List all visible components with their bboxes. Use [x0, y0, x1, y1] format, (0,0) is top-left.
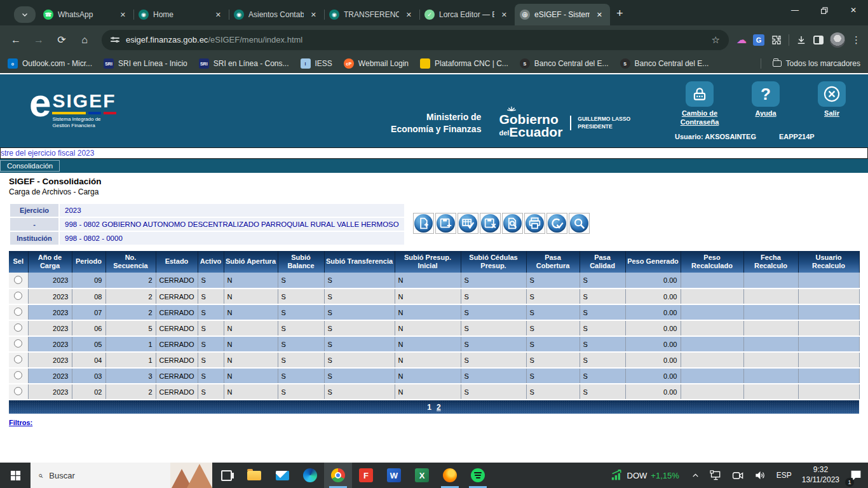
url-text: esigef.finanzas.gob.ec/eSIGEF/menu/index…	[126, 35, 302, 44]
bookmark-favicon-icon	[420, 58, 430, 69]
profile-avatar[interactable]	[830, 32, 845, 48]
file-explorer-taskbar-button[interactable]	[240, 463, 268, 488]
filters-link[interactable]: Filtros:	[9, 419, 32, 426]
restore-button[interactable]	[810, 0, 839, 20]
pagination-current-page[interactable]: 1	[427, 403, 431, 412]
preview-detail-button[interactable]	[502, 213, 523, 234]
exit-action-button[interactable]: Salir	[807, 81, 857, 118]
approve-button[interactable]	[546, 213, 567, 234]
bookmark-item[interactable]: SBanco Central del E...	[620, 58, 709, 69]
bookmark-item[interactable]: IIESS	[301, 58, 332, 69]
bookmark-item[interactable]: cPWebmail Login	[344, 58, 409, 69]
tab-close-icon[interactable]: ✕	[403, 10, 414, 20]
task-view-taskbar-button[interactable]	[212, 463, 240, 488]
volume-tray-icon[interactable]	[751, 463, 770, 488]
cell-transferencia: S	[324, 304, 395, 320]
cell-calidad: S	[580, 304, 625, 320]
pagination-page-link[interactable]: 2	[437, 403, 441, 412]
tab[interactable]: ◉Home✕	[133, 4, 229, 25]
cell-presup_inicial: N	[395, 384, 461, 400]
stock-widget[interactable]: DOW +1,15%	[606, 470, 684, 481]
row-select-radio[interactable]	[14, 292, 22, 300]
network-tray-icon[interactable]	[707, 463, 725, 488]
site-menu-bar: Consolidación	[0, 159, 868, 173]
tab[interactable]: ☎WhatsApp✕	[38, 4, 133, 25]
cell-periodo: 02	[72, 384, 105, 400]
minimize-button[interactable]: —	[780, 0, 810, 20]
tab-close-icon[interactable]: ✕	[499, 10, 510, 20]
edge-taskbar-button[interactable]	[296, 463, 324, 488]
cell-secuencia: 2	[105, 304, 156, 320]
tab-close-icon[interactable]: ✕	[594, 10, 605, 20]
back-button[interactable]: ←	[6, 30, 25, 50]
side-panel-icon[interactable]	[813, 36, 824, 44]
forward-button[interactable]: →	[29, 30, 48, 50]
mail-taskbar-button[interactable]	[268, 463, 296, 488]
excel-taskbar-button[interactable]: X	[408, 463, 436, 488]
reload-button[interactable]: ⟳	[52, 30, 71, 50]
tab-close-icon[interactable]: ✕	[118, 10, 128, 20]
bookmark-item[interactable]: SRISRI en Línea - Cons...	[199, 58, 289, 69]
close-window-button[interactable]: ✕	[839, 0, 868, 20]
cloud-extension-icon[interactable]: ☁	[736, 34, 747, 46]
tab-close-icon[interactable]: ✕	[213, 10, 224, 20]
chrome-taskbar-button[interactable]	[324, 463, 352, 488]
browser-tab-bar: ☎WhatsApp✕◉Home✕◉Asientos Contables✕◉TRA…	[0, 0, 868, 25]
bookmark-item[interactable]: SBanco Central del E...	[520, 58, 609, 69]
firefox-taskbar-button[interactable]	[436, 463, 464, 488]
start-button[interactable]	[0, 463, 31, 488]
meet-now-tray-icon[interactable]	[729, 463, 747, 488]
spotify-taskbar-button[interactable]	[464, 463, 492, 488]
delete-file-button[interactable]	[480, 213, 501, 234]
bookmark-item[interactable]: Plataforma CNC | C...	[420, 58, 508, 69]
tab-search-button[interactable]	[14, 6, 36, 23]
tab[interactable]: ◉Asientos Contables✕	[229, 4, 324, 25]
bookmark-star-icon[interactable]: ☆	[712, 34, 720, 46]
tab[interactable]: ✓Lorca Editor — El cor✕	[419, 4, 515, 25]
row-select-radio[interactable]	[14, 355, 22, 363]
search-placeholder: Buscar	[49, 471, 74, 480]
menu-item-consolidacion[interactable]: Consolidación	[0, 160, 60, 172]
cell-periodo: 03	[72, 368, 105, 384]
bookmark-item[interactable]: SRISRI en Línea - Inicio	[104, 58, 187, 69]
word-taskbar-button[interactable]: W	[380, 463, 408, 488]
pdf-reader-taskbar-button[interactable]: F	[352, 463, 380, 488]
consult-button[interactable]	[569, 213, 590, 234]
tab[interactable]: ⊕eSIGEF - Sistema Inte✕	[515, 4, 610, 25]
clock[interactable]: 9:3213/11/2023	[799, 463, 843, 488]
validate-button[interactable]	[458, 213, 478, 234]
new-file-button[interactable]	[413, 213, 434, 234]
new-tab-button[interactable]: +	[610, 7, 631, 25]
cell-activo: S	[198, 368, 224, 384]
tray-chevron-button[interactable]	[688, 463, 703, 488]
help-action-button[interactable]: ?Ayuda	[741, 81, 790, 118]
download-icon[interactable]	[796, 34, 807, 46]
taskbar-search[interactable]: ⌕ Buscar	[31, 463, 212, 488]
row-select-radio[interactable]	[14, 387, 22, 395]
language-indicator[interactable]: ESP	[773, 463, 795, 488]
translate-icon[interactable]: G	[753, 34, 764, 46]
cell-peso: 0.00	[625, 273, 681, 288]
save-file-button[interactable]	[435, 213, 456, 234]
address-bar[interactable]: esigef.finanzas.gob.ec/eSIGEF/menu/index…	[102, 30, 729, 50]
row-select-radio[interactable]	[14, 308, 22, 316]
browser-menu-icon[interactable]: ⋮	[851, 34, 862, 46]
all-bookmarks-button[interactable]: Todos los marcadores	[773, 59, 860, 68]
stock-chart-icon	[611, 470, 623, 481]
lock-action-button[interactable]: Cambio de Contraseña	[675, 81, 724, 126]
row-select-radio[interactable]	[14, 371, 22, 379]
notifications-button[interactable]: 1	[846, 463, 865, 488]
row-select-radio[interactable]	[14, 323, 22, 332]
print-button[interactable]	[524, 213, 545, 234]
row-select-radio[interactable]	[14, 339, 22, 348]
tab-title: WhatsApp	[58, 10, 113, 19]
row-select-radio[interactable]	[14, 276, 22, 284]
search-highlight-image[interactable]	[170, 463, 212, 488]
home-button[interactable]: ⌂	[75, 30, 94, 50]
extensions-puzzle-icon[interactable]	[771, 34, 782, 46]
site-info-icon[interactable]	[111, 37, 119, 42]
tab-close-icon[interactable]: ✕	[308, 10, 319, 20]
bookmark-item[interactable]: oOutlook.com - Micr...	[8, 58, 92, 69]
tab[interactable]: ◉TRANSFERENCIAS RE✕	[324, 4, 419, 25]
folder-icon	[773, 60, 782, 67]
